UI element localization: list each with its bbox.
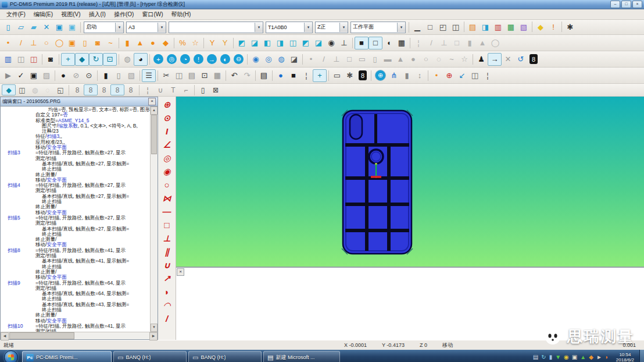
view-left-icon[interactable]: ◫ <box>287 37 299 49</box>
probe-mode-partial-icon[interactable]: ◔ <box>180 54 190 64</box>
grid-icon[interactable]: ▦ <box>395 37 408 49</box>
save-icon[interactable]: ▣ <box>53 22 66 33</box>
circularity-icon[interactable]: ○ <box>160 178 174 191</box>
measured-round-icon[interactable]: ○ <box>420 54 432 65</box>
sphere-off-icon[interactable]: ◍ <box>121 54 134 65</box>
cylinder-disabled-icon[interactable]: ▮ <box>463 37 476 49</box>
measured-rect-icon[interactable]: ▭ <box>356 54 368 65</box>
excel-report-icon[interactable]: ▦ <box>505 22 517 33</box>
probe-mode-goto-icon[interactable]: → <box>207 54 217 64</box>
report-window[interactable]: × <box>176 267 644 340</box>
chevron-down-icon[interactable]: ▾ <box>158 23 166 32</box>
menu-window[interactable]: 窗口(W) <box>138 10 167 19</box>
star-feature-icon[interactable]: ☆ <box>189 37 202 49</box>
edit-window-close-button[interactable]: × <box>148 98 156 105</box>
pointer-tray-icon[interactable]: ► <box>596 354 602 360</box>
check-icon[interactable]: ✓ <box>15 70 27 81</box>
redo-icon[interactable]: ↷ <box>241 70 253 81</box>
chevron-down-icon[interactable]: ▾ <box>397 23 405 32</box>
menu-help[interactable]: 帮助(H) <box>167 10 195 19</box>
flag-tray-icon[interactable]: ▲ <box>580 354 586 360</box>
angularity-icon[interactable]: ∠ <box>160 138 174 151</box>
cad-model-phone-case[interactable] <box>341 109 413 255</box>
tile-windows-icon[interactable]: ◫ <box>449 22 462 33</box>
menu-operation[interactable]: 操作(O) <box>110 10 138 19</box>
view-front-icon[interactable]: ◧ <box>261 37 274 49</box>
counter-icon[interactable]: 8 <box>529 54 538 64</box>
taskbar-clock[interactable]: 10:54 2018/6/2 <box>616 352 634 362</box>
total-runout-icon[interactable]: ∪ <box>160 258 174 272</box>
menu-view[interactable]: 视图(V) <box>57 10 84 19</box>
auto-square-slot-icon[interactable]: ▣ <box>66 37 78 49</box>
measured-cone-icon[interactable]: ▲ <box>394 54 407 65</box>
startup-dropdown[interactable]: 启动▾ <box>84 22 124 33</box>
auto-ellipse-icon[interactable]: ◯ <box>53 37 66 49</box>
measured-circle-icon[interactable]: □ <box>343 54 356 65</box>
bookmark-off-icon[interactable]: ▧ <box>125 70 138 81</box>
probe-disabled-icon[interactable]: ¦ <box>412 37 425 49</box>
open-folder-icon[interactable]: ▰ <box>27 22 40 33</box>
zoom-window-icon[interactable]: ⊡ <box>103 53 117 66</box>
edit-window-icon[interactable]: ◨ <box>479 22 492 33</box>
maximize-button[interactable]: □ <box>621 1 631 8</box>
pages-icon[interactable]: ◫ <box>468 70 481 81</box>
measured-slot-icon[interactable]: ▯ <box>368 54 381 65</box>
straightness-icon[interactable]: — <box>160 205 174 218</box>
paste-icon[interactable]: ▤ <box>185 70 198 81</box>
comment-icon[interactable]: ▭ <box>331 70 344 81</box>
open-file-icon[interactable]: ▱ <box>15 22 27 33</box>
menu-insert[interactable]: 插入(I) <box>84 10 109 19</box>
probe-mode-half-icon[interactable]: ◐ <box>220 54 230 64</box>
move-circle-icon[interactable]: ⊕ <box>375 70 386 81</box>
cube-add-icon[interactable]: ◫ <box>16 85 28 95</box>
save-as-icon[interactable]: ▣ <box>66 22 78 33</box>
align-bestfit-icon[interactable]: 8 <box>124 85 137 95</box>
filter-icon[interactable]: Y <box>206 37 219 49</box>
point-pin-icon[interactable]: ◉ <box>249 54 262 65</box>
form-icon[interactable]: ☰ <box>142 69 156 82</box>
scroll-right-button[interactable]: ▶ <box>149 332 158 340</box>
wireframe-view-icon[interactable]: □ <box>368 37 382 49</box>
position-icon[interactable]: ⊙ <box>160 111 174 125</box>
export-arrow-icon[interactable]: ↙ <box>456 70 468 81</box>
close-button[interactable]: × <box>632 1 642 8</box>
play-icon[interactable]: ▶ <box>2 70 15 81</box>
counter2-icon[interactable]: 8 <box>359 70 367 80</box>
goto-arrow-icon[interactable]: → <box>488 53 502 66</box>
scroll-thumb[interactable] <box>151 115 157 154</box>
bookmark-grey-icon[interactable]: ▯ <box>112 70 125 81</box>
star-box-icon[interactable]: ☆ <box>458 54 471 65</box>
zplus-dropdown[interactable]: Z正▾ <box>315 22 348 33</box>
machine-cube-icon[interactable]: ■ <box>287 70 300 81</box>
view-bottom-icon[interactable]: ◪ <box>312 37 325 49</box>
taskbar-button-banq-2[interactable]: ▭BANQ (H:) <box>188 351 262 362</box>
edit-vertical-scrollbar[interactable]: ▲ ▼ <box>150 107 158 332</box>
probe-mode-target-icon[interactable]: ◎ <box>167 54 177 64</box>
pan-view-icon[interactable]: + <box>61 53 75 66</box>
align-rotate-icon[interactable]: 8 <box>98 85 110 95</box>
ellipse-disabled-icon[interactable]: ◯ <box>489 37 502 49</box>
start-button[interactable] <box>4 350 18 362</box>
minimize-window-icon[interactable]: ▁ <box>411 22 424 33</box>
network-tray-icon[interactable]: ▼ <box>555 354 561 360</box>
perpendicularity-icon[interactable]: ⊥ <box>160 232 174 245</box>
auto-point-icon[interactable]: • <box>2 37 15 49</box>
filter-points-icon[interactable]: Y <box>219 37 231 49</box>
target-pin-icon[interactable]: ◍ <box>275 54 288 65</box>
auto-plane-icon[interactable]: ⊥ <box>27 37 40 49</box>
square-disabled-icon[interactable]: □ <box>450 37 463 49</box>
profile-surface-icon[interactable]: ◗ <box>160 285 174 299</box>
usb-tray-icon[interactable]: ▮ <box>549 354 553 360</box>
probe-small-icon[interactable]: ¦ <box>141 85 154 95</box>
ball-grey-icon[interactable]: ◍ <box>28 85 41 95</box>
plane-disabled-icon[interactable]: ⊥ <box>438 37 450 49</box>
verify-doc-icon[interactable]: ▣ <box>27 70 40 81</box>
measured-line-icon[interactable]: / <box>317 54 330 65</box>
alignment-dropdown[interactable]: ▾ <box>169 22 263 33</box>
bookmark-icon[interactable]: ▮ <box>99 70 112 81</box>
analysis-window-icon[interactable]: ▥ <box>492 22 505 33</box>
chevron-down-icon[interactable]: ▾ <box>115 23 123 32</box>
cube-export-icon[interactable]: ◱ <box>54 85 67 95</box>
auto-surface-icon[interactable]: ◆ <box>159 37 172 49</box>
auto-line-icon[interactable]: / <box>15 37 27 49</box>
